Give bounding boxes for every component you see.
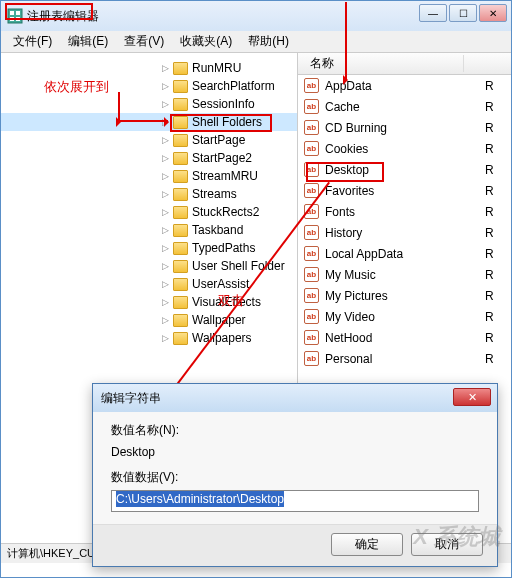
string-value-icon: ab — [304, 183, 319, 198]
tree-item[interactable]: ▷Shell Folders — [1, 113, 297, 131]
value-data-input[interactable]: C:\Users\Administrator\Desktop — [111, 490, 479, 512]
list-row[interactable]: abMy VideoR — [298, 306, 511, 327]
tree-item[interactable]: ▷User Shell Folder — [1, 257, 297, 275]
ok-button[interactable]: 确定 — [331, 533, 403, 556]
tree-item[interactable]: ▷Streams — [1, 185, 297, 203]
expander-icon[interactable]: ▷ — [159, 153, 171, 163]
tree-item[interactable]: ▷StreamMRU — [1, 167, 297, 185]
expander-icon[interactable]: ▷ — [159, 189, 171, 199]
tree-item-label: RunMRU — [192, 61, 241, 75]
tree-item-label: Streams — [192, 187, 237, 201]
tree-item[interactable]: ▷TypedPaths — [1, 239, 297, 257]
list-row[interactable]: abLocal AppDataR — [298, 243, 511, 264]
list-row[interactable]: abNetHoodR — [298, 327, 511, 348]
string-value-icon: ab — [304, 162, 319, 177]
expander-icon[interactable]: ▷ — [159, 279, 171, 289]
minimize-button[interactable]: — — [419, 4, 447, 22]
menu-view[interactable]: 查看(V) — [116, 33, 172, 50]
expander-icon[interactable]: ▷ — [159, 315, 171, 325]
value-data-text: C:\Users\Administrator\Desktop — [116, 491, 284, 507]
menu-help[interactable]: 帮助(H) — [240, 33, 297, 50]
string-value-icon: ab — [304, 330, 319, 345]
list-row[interactable]: abHistoryR — [298, 222, 511, 243]
expander-icon[interactable]: ▷ — [159, 261, 171, 271]
tree-item[interactable]: ▷Wallpaper — [1, 311, 297, 329]
row-name: AppData — [325, 79, 485, 93]
tree-item[interactable]: ▷StartPage2 — [1, 149, 297, 167]
folder-icon — [173, 152, 188, 165]
menu-file[interactable]: 文件(F) — [5, 33, 60, 50]
tree-item[interactable]: ▷StartPage — [1, 131, 297, 149]
tree-item[interactable]: ▷Wallpapers — [1, 329, 297, 347]
list-row[interactable]: abPersonalR — [298, 348, 511, 369]
expander-icon[interactable]: ▷ — [159, 81, 171, 91]
close-button[interactable]: ✕ — [479, 4, 507, 22]
folder-icon — [173, 314, 188, 327]
folder-icon — [173, 80, 188, 93]
folder-icon — [173, 296, 188, 309]
folder-icon — [173, 116, 188, 129]
expander-icon[interactable]: ▷ — [159, 63, 171, 73]
list-row[interactable]: abCacheR — [298, 96, 511, 117]
row-name: My Music — [325, 268, 485, 282]
col-name[interactable]: 名称 — [304, 55, 464, 72]
string-value-icon: ab — [304, 351, 319, 366]
list-row[interactable]: abFontsR — [298, 201, 511, 222]
list-row[interactable]: abMy MusicR — [298, 264, 511, 285]
row-name: Cache — [325, 100, 485, 114]
folder-icon — [173, 278, 188, 291]
cancel-button[interactable]: 取消 — [411, 533, 483, 556]
tree-item[interactable]: ▷SearchPlatform — [1, 77, 297, 95]
tree-item-label: Wallpaper — [192, 313, 246, 327]
expander-icon[interactable]: ▷ — [159, 117, 171, 127]
maximize-button[interactable]: ☐ — [449, 4, 477, 22]
folder-icon — [173, 206, 188, 219]
string-value-icon: ab — [304, 141, 319, 156]
tree-item[interactable]: ▷UserAssist — [1, 275, 297, 293]
tree-item-label: StuckRects2 — [192, 205, 259, 219]
tree-item[interactable]: ▷StuckRects2 — [1, 203, 297, 221]
string-value-icon: ab — [304, 267, 319, 282]
string-value-icon: ab — [304, 246, 319, 261]
row-type: R — [485, 100, 494, 114]
dialog-close-button[interactable]: ✕ — [453, 388, 491, 406]
expander-icon[interactable]: ▷ — [159, 99, 171, 109]
expander-icon[interactable]: ▷ — [159, 171, 171, 181]
tree-item[interactable]: ▷Taskband — [1, 221, 297, 239]
expander-icon[interactable]: ▷ — [159, 333, 171, 343]
svg-rect-4 — [16, 17, 20, 21]
expander-icon[interactable]: ▷ — [159, 243, 171, 253]
folder-icon — [173, 260, 188, 273]
list-row[interactable]: abMy PicturesR — [298, 285, 511, 306]
row-name: Fonts — [325, 205, 485, 219]
list-row[interactable]: abFavoritesR — [298, 180, 511, 201]
string-value-icon: ab — [304, 120, 319, 135]
string-value-icon: ab — [304, 78, 319, 93]
expander-icon[interactable]: ▷ — [159, 297, 171, 307]
svg-rect-3 — [10, 17, 14, 21]
folder-icon — [173, 188, 188, 201]
row-name: NetHood — [325, 331, 485, 345]
list-row[interactable]: abCookiesR — [298, 138, 511, 159]
string-value-icon: ab — [304, 204, 319, 219]
tree-item[interactable]: ▷VisualEffects — [1, 293, 297, 311]
window-title: 注册表编辑器 — [27, 8, 99, 25]
expander-icon[interactable]: ▷ — [159, 135, 171, 145]
expander-icon[interactable]: ▷ — [159, 225, 171, 235]
tree-item-label: User Shell Folder — [192, 259, 285, 273]
list-row[interactable]: abDesktopR — [298, 159, 511, 180]
tree-item[interactable]: ▷RunMRU — [1, 59, 297, 77]
menu-favorites[interactable]: 收藏夹(A) — [172, 33, 240, 50]
menubar: 文件(F) 编辑(E) 查看(V) 收藏夹(A) 帮助(H) — [1, 31, 511, 53]
app-icon — [7, 8, 23, 24]
row-name: Desktop — [325, 163, 485, 177]
list-row[interactable]: abAppDataR — [298, 75, 511, 96]
list-row[interactable]: abCD BurningR — [298, 117, 511, 138]
row-name: Personal — [325, 352, 485, 366]
string-value-icon: ab — [304, 225, 319, 240]
row-type: R — [485, 331, 494, 345]
menu-edit[interactable]: 编辑(E) — [60, 33, 116, 50]
expander-icon[interactable]: ▷ — [159, 207, 171, 217]
tree-item[interactable]: ▷SessionInfo — [1, 95, 297, 113]
row-type: R — [485, 163, 494, 177]
